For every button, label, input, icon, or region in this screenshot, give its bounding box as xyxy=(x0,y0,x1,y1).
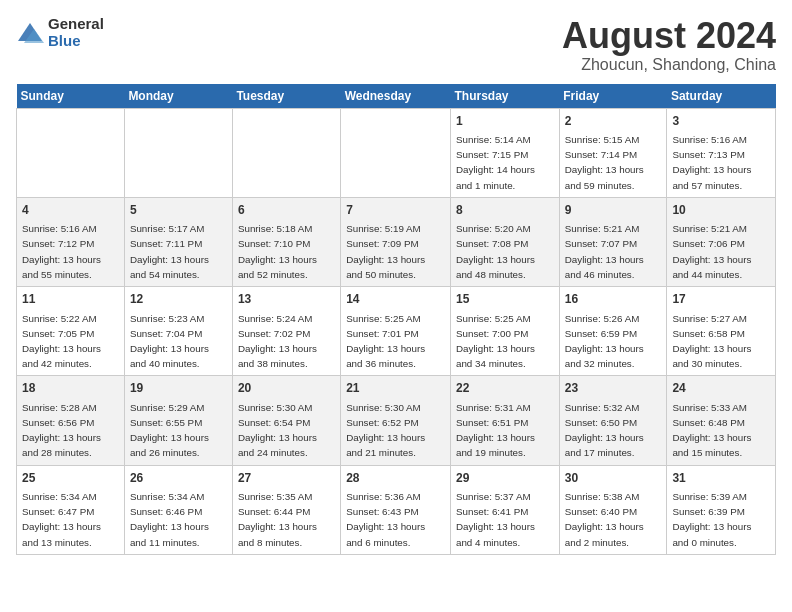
day-number: 10 xyxy=(672,202,770,219)
logo-blue: Blue xyxy=(48,33,104,50)
calendar-cell: 30Sunrise: 5:38 AMSunset: 6:40 PMDayligh… xyxy=(559,465,667,554)
day-number: 30 xyxy=(565,470,662,487)
weekday-header: Sunday xyxy=(17,84,125,109)
calendar-cell: 9Sunrise: 5:21 AMSunset: 7:07 PMDaylight… xyxy=(559,197,667,286)
day-info: Sunrise: 5:30 AMSunset: 6:54 PMDaylight:… xyxy=(238,402,317,459)
day-info: Sunrise: 5:38 AMSunset: 6:40 PMDaylight:… xyxy=(565,491,644,548)
calendar-cell xyxy=(124,108,232,197)
calendar-cell: 24Sunrise: 5:33 AMSunset: 6:48 PMDayligh… xyxy=(667,376,776,465)
day-number: 12 xyxy=(130,291,227,308)
calendar-cell: 11Sunrise: 5:22 AMSunset: 7:05 PMDayligh… xyxy=(17,287,125,376)
calendar-cell: 21Sunrise: 5:30 AMSunset: 6:52 PMDayligh… xyxy=(341,376,451,465)
day-info: Sunrise: 5:22 AMSunset: 7:05 PMDaylight:… xyxy=(22,313,101,370)
day-number: 26 xyxy=(130,470,227,487)
day-number: 23 xyxy=(565,380,662,397)
day-info: Sunrise: 5:36 AMSunset: 6:43 PMDaylight:… xyxy=(346,491,425,548)
calendar-week-row: 25Sunrise: 5:34 AMSunset: 6:47 PMDayligh… xyxy=(17,465,776,554)
weekday-header: Friday xyxy=(559,84,667,109)
day-number: 5 xyxy=(130,202,227,219)
day-number: 15 xyxy=(456,291,554,308)
day-info: Sunrise: 5:34 AMSunset: 6:47 PMDaylight:… xyxy=(22,491,101,548)
day-info: Sunrise: 5:30 AMSunset: 6:52 PMDaylight:… xyxy=(346,402,425,459)
day-number: 16 xyxy=(565,291,662,308)
calendar-table: SundayMondayTuesdayWednesdayThursdayFrid… xyxy=(16,84,776,555)
title-area: August 2024 Zhoucun, Shandong, China xyxy=(562,16,776,74)
calendar-cell: 15Sunrise: 5:25 AMSunset: 7:00 PMDayligh… xyxy=(450,287,559,376)
day-info: Sunrise: 5:39 AMSunset: 6:39 PMDaylight:… xyxy=(672,491,751,548)
weekday-row: SundayMondayTuesdayWednesdayThursdayFrid… xyxy=(17,84,776,109)
calendar-cell: 26Sunrise: 5:34 AMSunset: 6:46 PMDayligh… xyxy=(124,465,232,554)
logo: General Blue xyxy=(16,16,104,49)
calendar-cell xyxy=(17,108,125,197)
day-number: 25 xyxy=(22,470,119,487)
calendar-cell: 5Sunrise: 5:17 AMSunset: 7:11 PMDaylight… xyxy=(124,197,232,286)
calendar-cell: 25Sunrise: 5:34 AMSunset: 6:47 PMDayligh… xyxy=(17,465,125,554)
day-number: 21 xyxy=(346,380,445,397)
weekday-header: Monday xyxy=(124,84,232,109)
logo-text: General Blue xyxy=(48,16,104,49)
day-number: 9 xyxy=(565,202,662,219)
day-number: 14 xyxy=(346,291,445,308)
day-number: 24 xyxy=(672,380,770,397)
day-info: Sunrise: 5:15 AMSunset: 7:14 PMDaylight:… xyxy=(565,134,644,191)
location: Zhoucun, Shandong, China xyxy=(562,56,776,74)
day-number: 6 xyxy=(238,202,335,219)
day-info: Sunrise: 5:32 AMSunset: 6:50 PMDaylight:… xyxy=(565,402,644,459)
calendar-week-row: 1Sunrise: 5:14 AMSunset: 7:15 PMDaylight… xyxy=(17,108,776,197)
calendar-cell: 1Sunrise: 5:14 AMSunset: 7:15 PMDaylight… xyxy=(450,108,559,197)
calendar-cell: 4Sunrise: 5:16 AMSunset: 7:12 PMDaylight… xyxy=(17,197,125,286)
calendar-header: SundayMondayTuesdayWednesdayThursdayFrid… xyxy=(17,84,776,109)
day-number: 17 xyxy=(672,291,770,308)
day-info: Sunrise: 5:27 AMSunset: 6:58 PMDaylight:… xyxy=(672,313,751,370)
day-number: 27 xyxy=(238,470,335,487)
weekday-header: Thursday xyxy=(450,84,559,109)
calendar-cell: 16Sunrise: 5:26 AMSunset: 6:59 PMDayligh… xyxy=(559,287,667,376)
day-info: Sunrise: 5:14 AMSunset: 7:15 PMDaylight:… xyxy=(456,134,535,191)
calendar-cell: 6Sunrise: 5:18 AMSunset: 7:10 PMDaylight… xyxy=(232,197,340,286)
day-info: Sunrise: 5:31 AMSunset: 6:51 PMDaylight:… xyxy=(456,402,535,459)
day-info: Sunrise: 5:17 AMSunset: 7:11 PMDaylight:… xyxy=(130,223,209,280)
day-info: Sunrise: 5:23 AMSunset: 7:04 PMDaylight:… xyxy=(130,313,209,370)
day-info: Sunrise: 5:26 AMSunset: 6:59 PMDaylight:… xyxy=(565,313,644,370)
calendar-week-row: 11Sunrise: 5:22 AMSunset: 7:05 PMDayligh… xyxy=(17,287,776,376)
calendar-cell: 31Sunrise: 5:39 AMSunset: 6:39 PMDayligh… xyxy=(667,465,776,554)
day-info: Sunrise: 5:28 AMSunset: 6:56 PMDaylight:… xyxy=(22,402,101,459)
day-info: Sunrise: 5:16 AMSunset: 7:13 PMDaylight:… xyxy=(672,134,751,191)
day-number: 29 xyxy=(456,470,554,487)
day-number: 3 xyxy=(672,113,770,130)
day-info: Sunrise: 5:18 AMSunset: 7:10 PMDaylight:… xyxy=(238,223,317,280)
calendar-week-row: 4Sunrise: 5:16 AMSunset: 7:12 PMDaylight… xyxy=(17,197,776,286)
day-number: 2 xyxy=(565,113,662,130)
calendar-cell: 8Sunrise: 5:20 AMSunset: 7:08 PMDaylight… xyxy=(450,197,559,286)
weekday-header: Tuesday xyxy=(232,84,340,109)
calendar-cell: 12Sunrise: 5:23 AMSunset: 7:04 PMDayligh… xyxy=(124,287,232,376)
day-info: Sunrise: 5:24 AMSunset: 7:02 PMDaylight:… xyxy=(238,313,317,370)
day-number: 8 xyxy=(456,202,554,219)
logo-general: General xyxy=(48,16,104,33)
day-info: Sunrise: 5:21 AMSunset: 7:07 PMDaylight:… xyxy=(565,223,644,280)
day-number: 28 xyxy=(346,470,445,487)
calendar-cell: 13Sunrise: 5:24 AMSunset: 7:02 PMDayligh… xyxy=(232,287,340,376)
calendar-cell: 28Sunrise: 5:36 AMSunset: 6:43 PMDayligh… xyxy=(341,465,451,554)
weekday-header: Saturday xyxy=(667,84,776,109)
day-number: 18 xyxy=(22,380,119,397)
calendar-cell xyxy=(341,108,451,197)
day-info: Sunrise: 5:25 AMSunset: 7:00 PMDaylight:… xyxy=(456,313,535,370)
calendar-cell: 18Sunrise: 5:28 AMSunset: 6:56 PMDayligh… xyxy=(17,376,125,465)
day-number: 11 xyxy=(22,291,119,308)
day-number: 31 xyxy=(672,470,770,487)
calendar-cell: 27Sunrise: 5:35 AMSunset: 6:44 PMDayligh… xyxy=(232,465,340,554)
calendar-cell: 29Sunrise: 5:37 AMSunset: 6:41 PMDayligh… xyxy=(450,465,559,554)
calendar-cell xyxy=(232,108,340,197)
day-info: Sunrise: 5:29 AMSunset: 6:55 PMDaylight:… xyxy=(130,402,209,459)
day-info: Sunrise: 5:35 AMSunset: 6:44 PMDaylight:… xyxy=(238,491,317,548)
day-info: Sunrise: 5:16 AMSunset: 7:12 PMDaylight:… xyxy=(22,223,101,280)
day-number: 13 xyxy=(238,291,335,308)
day-number: 19 xyxy=(130,380,227,397)
day-number: 1 xyxy=(456,113,554,130)
weekday-header: Wednesday xyxy=(341,84,451,109)
day-number: 4 xyxy=(22,202,119,219)
day-info: Sunrise: 5:34 AMSunset: 6:46 PMDaylight:… xyxy=(130,491,209,548)
day-info: Sunrise: 5:25 AMSunset: 7:01 PMDaylight:… xyxy=(346,313,425,370)
day-number: 22 xyxy=(456,380,554,397)
